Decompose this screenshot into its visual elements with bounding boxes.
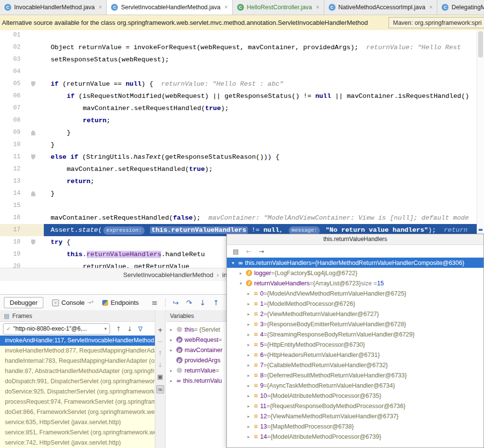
show-execution-point-icon[interactable]: ↪ — [173, 299, 179, 307]
step-into-icon[interactable]: ↓ — [200, 299, 206, 307]
editor-tab[interactable]: CInvocableHandlerMethod.java× — [0, 0, 107, 15]
code-text[interactable]: else if (StringUtils.hasText(getResponse… — [44, 151, 484, 163]
code-text[interactable]: Object returnValue = invokeForRequest(we… — [44, 41, 484, 54]
popup-tree-row[interactable]: ▸≡8 = {DeferredResultMethodReturnValueHa… — [227, 370, 484, 380]
gutter[interactable] — [22, 163, 44, 175]
breadcrumb-class[interactable]: ServletInvocableHandlerMethod — [123, 271, 213, 279]
popup-tree-row[interactable]: ▸≡6 = {HttpHeadersReturnValueHandler@673… — [227, 350, 484, 360]
fold-down-icon[interactable] — [31, 154, 36, 160]
code-text[interactable]: setResponseStatus(webRequest); — [44, 54, 484, 66]
next-frame-icon[interactable]: ↓ — [127, 325, 132, 333]
expand-icon[interactable]: ▸ — [245, 322, 252, 327]
expand-icon[interactable]: ▸ — [245, 342, 252, 347]
gutter[interactable] — [22, 175, 44, 187]
expand-icon[interactable]: ▸ — [245, 434, 252, 439]
expand-icon[interactable]: ▸ — [245, 332, 252, 337]
gutter[interactable] — [22, 41, 44, 54]
expand-icon[interactable]: ▸ — [238, 271, 244, 276]
expand-icon[interactable]: ▸ — [245, 414, 252, 419]
line-number[interactable]: 17 — [0, 224, 22, 236]
close-tab-icon[interactable]: × — [316, 4, 319, 11]
popup-tree-row[interactable]: ▸≡1 = {ModelMethodProcessor@6726} — [227, 299, 484, 309]
gutter[interactable] — [22, 102, 44, 114]
popup-tree-row[interactable]: ▸≡7 = {CallableMethodReturnValueHandler@… — [227, 360, 484, 370]
popup-tree-row[interactable]: ▸≡12 = {ViewNameMethodReturnValueHandler… — [227, 411, 484, 421]
remove-watch-icon[interactable]: − — [158, 338, 163, 345]
line-number[interactable]: 18 — [0, 236, 22, 248]
editor-tab[interactable]: CDelegatingMe× — [437, 0, 484, 15]
fold-down-icon[interactable] — [31, 81, 36, 87]
code-editor[interactable]: 0102Object returnValue = invokeForReques… — [0, 30, 484, 268]
line-number[interactable]: 06 — [0, 90, 22, 102]
tab-endpoints[interactable]: Endpoints — [102, 299, 139, 306]
scrollbar-thumb[interactable] — [478, 31, 483, 57]
code-text[interactable]: } — [44, 139, 484, 151]
popup-tree-row[interactable]: ▸≡2 = {ViewMethodReturnValueHandler@6727… — [227, 309, 484, 319]
frame-row[interactable]: doService:925, DispatcherServlet (org.sp… — [0, 387, 155, 397]
expand-icon[interactable]: ▸ — [245, 301, 252, 306]
gutter[interactable] — [22, 54, 44, 66]
line-number[interactable]: 12 — [0, 163, 22, 175]
frame-row[interactable]: handle:87, AbstractHandlerMethodAdapter … — [0, 366, 155, 376]
back-icon[interactable]: ← — [246, 248, 251, 255]
frame-row[interactable]: doGet:866, FrameworkServlet (org.springf… — [0, 407, 155, 417]
popup-tree-row[interactable]: ▾freturnValueHandlers = {ArrayList@6723}… — [227, 278, 484, 288]
gutter[interactable] — [22, 248, 44, 261]
line-number[interactable]: 15 — [0, 200, 22, 212]
line-number[interactable]: 09 — [0, 127, 22, 139]
filter-icon[interactable]: ∇ — [138, 325, 143, 333]
maven-source-selector[interactable]: Maven: org.springframework:spri — [389, 17, 484, 28]
line-number[interactable]: 19 — [0, 248, 22, 261]
line-number[interactable]: 02 — [0, 41, 22, 54]
line-number[interactable]: 08 — [0, 114, 22, 127]
gutter[interactable] — [22, 261, 44, 268]
popup-tree-row[interactable]: ▸≡4 = {StreamingResponseBodyReturnValueH… — [227, 329, 484, 339]
close-tab-icon[interactable]: × — [429, 4, 432, 11]
code-text[interactable]: } — [44, 127, 484, 139]
show-watches-icon[interactable]: ∞ — [156, 385, 165, 393]
tab-debugger[interactable]: Debugger — [4, 297, 43, 308]
expand-icon[interactable]: ▸ — [245, 363, 252, 368]
close-tab-icon[interactable]: × — [98, 4, 102, 11]
expand-icon[interactable]: ▸ — [245, 353, 252, 357]
editor-tab[interactable]: CNativeMethodAccessorImpl.java× — [324, 0, 438, 15]
line-number[interactable]: 04 — [0, 66, 22, 78]
gutter[interactable] — [22, 200, 44, 212]
expand-icon[interactable]: ▸ — [245, 393, 252, 398]
code-text[interactable]: if (isRequestNotModified(webRequest) || … — [44, 90, 484, 102]
popup-tree-row[interactable]: ▸≡0 = {ModelAndViewMethodReturnValueHand… — [227, 288, 484, 299]
popup-tree-row[interactable]: ▸≡11 = {RequestResponseBodyMethodProcess… — [227, 401, 484, 411]
expand-icon[interactable]: ▸ — [168, 368, 174, 373]
expand-icon[interactable]: ▸ — [245, 404, 252, 409]
frame-row[interactable]: invokeHandlerMethod:877, RequestMappingH… — [0, 346, 155, 356]
move-watch-down-icon[interactable]: ↓ — [158, 362, 163, 368]
expand-icon[interactable]: ▸ — [168, 378, 174, 383]
expand-icon[interactable]: ▸ — [168, 348, 174, 353]
thread-selector[interactable]: ✓ "http-nio-8080-exec-1"@6,... ▾ — [3, 323, 110, 335]
code-text[interactable]: mavContainer.setRequestHandled(true); — [44, 163, 484, 175]
gutter[interactable] — [22, 30, 44, 41]
popup-tree-row[interactable]: ▾∞this.returnValueHandlers = {HandlerMet… — [227, 258, 484, 268]
frame-row[interactable]: doDispatch:991, DispatcherServlet (org.s… — [0, 376, 155, 387]
editor-scrollbar[interactable] — [477, 30, 484, 268]
step-out-icon[interactable]: ↑ — [213, 299, 219, 307]
code-text[interactable]: return; — [44, 175, 484, 187]
frame-row[interactable]: service:851, FrameworkServlet (org.sprin… — [0, 428, 155, 438]
popup-tree-row[interactable]: ▸≡9 = {AsyncTaskMethodReturnValueHandler… — [227, 380, 484, 391]
forward-icon[interactable]: → — [259, 248, 264, 255]
gutter[interactable] — [22, 236, 44, 248]
close-tab-icon[interactable]: × — [224, 4, 228, 11]
line-number[interactable]: 16 — [0, 212, 22, 224]
gutter[interactable] — [22, 187, 44, 200]
fold-up-icon[interactable] — [31, 191, 36, 196]
frame-row[interactable]: handleInternal:783, RequestMappingHandle… — [0, 356, 155, 366]
line-number[interactable]: 07 — [0, 102, 22, 114]
popup-tree-row[interactable]: ▸≡3 = {ResponseBodyEmitterReturnValueHan… — [227, 319, 484, 329]
popup-tree-row[interactable]: ▸≡13 = {MapMethodProcessor@6738} — [227, 421, 484, 431]
gutter[interactable] — [22, 224, 44, 236]
fold-up-icon[interactable] — [31, 130, 36, 135]
gutter[interactable] — [22, 212, 44, 224]
popup-tree-row[interactable]: ▸flogger = {LogFactory$Log4jLog@6722} — [227, 268, 484, 278]
expand-icon[interactable]: ▸ — [245, 291, 252, 296]
popup-tree-row[interactable]: ▸≡14 = {ModelAttributeMethodProcessor@67… — [227, 431, 484, 442]
